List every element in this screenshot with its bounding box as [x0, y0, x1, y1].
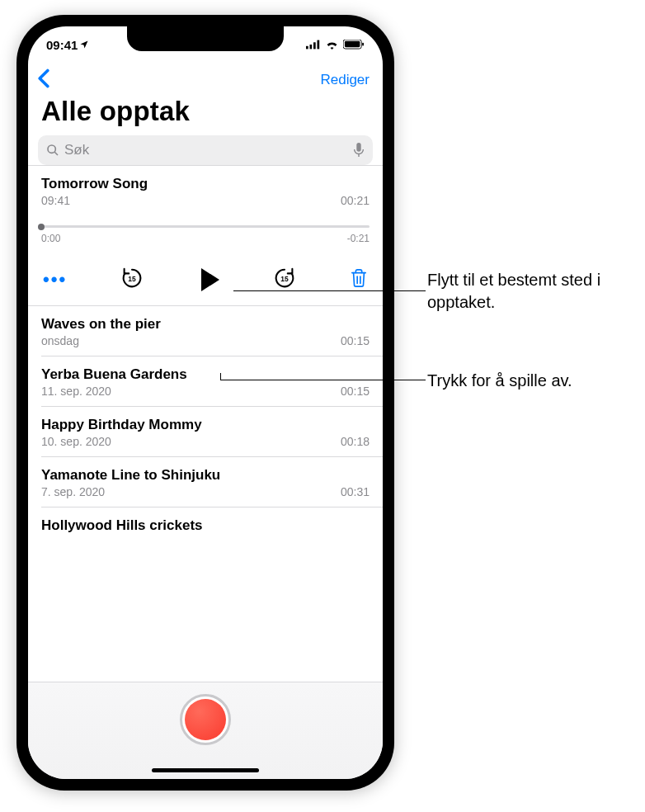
- recording-duration: 00:15: [341, 385, 370, 398]
- svg-rect-0: [306, 46, 308, 50]
- recording-row[interactable]: Yerba Buena Gardens 11. sep. 2020 00:15: [28, 356, 383, 406]
- navigation-bar: Rediger: [28, 63, 383, 96]
- recording-duration: 00:15: [341, 334, 370, 347]
- edit-button[interactable]: Rediger: [320, 72, 370, 88]
- bottom-toolbar: [28, 682, 383, 779]
- chevron-left-icon: [36, 68, 51, 88]
- svg-rect-9: [356, 143, 360, 152]
- play-button[interactable]: [198, 268, 219, 291]
- recording-title: Waves on the pier: [41, 316, 370, 333]
- recordings-list[interactable]: Tomorrow Song 09:41 00:21 0:00 -0:21 •••: [28, 165, 383, 682]
- home-indicator[interactable]: [152, 768, 259, 772]
- recording-date: 7. sep. 2020: [41, 485, 105, 498]
- recording-title: Happy Birthday Mommy: [41, 417, 370, 433]
- search-icon: [46, 144, 59, 157]
- more-options-button[interactable]: •••: [43, 269, 67, 290]
- callout-line: [220, 380, 426, 380]
- play-icon: [201, 268, 219, 291]
- wifi-icon: [325, 40, 339, 50]
- skip-back-button[interactable]: 15: [120, 266, 144, 294]
- recording-time: 09:41: [41, 194, 70, 207]
- back-button[interactable]: [36, 68, 51, 92]
- svg-text:15: 15: [280, 275, 289, 283]
- trash-icon: [350, 268, 368, 288]
- recording-row[interactable]: Happy Birthday Mommy 10. sep. 2020 00:18: [28, 407, 383, 456]
- callout-play: Trykk for å spille av.: [427, 370, 572, 392]
- svg-rect-2: [313, 42, 316, 49]
- svg-rect-1: [310, 45, 313, 49]
- svg-line-8: [54, 152, 58, 155]
- phone-frame: 09:41 Rediger Alle opptak Søk: [16, 15, 394, 791]
- callout-line: [220, 373, 221, 380]
- callout-line: [233, 290, 426, 291]
- status-time: 09:41: [46, 38, 78, 52]
- recording-title: Tomorrow Song: [41, 176, 370, 192]
- recording-row[interactable]: Waves on the pier onsdag 00:15: [28, 306, 383, 356]
- recording-title: Yerba Buena Gardens: [41, 366, 370, 383]
- scrubber-knob[interactable]: [38, 224, 45, 230]
- recording-row[interactable]: Yamanote Line to Shinjuku 7. sep. 2020 0…: [28, 457, 383, 507]
- svg-point-7: [48, 145, 55, 153]
- record-icon: [185, 699, 226, 740]
- recording-date: 11. sep. 2020: [41, 385, 111, 398]
- recording-expanded[interactable]: Tomorrow Song 09:41 00:21 0:00 -0:21 •••: [28, 166, 383, 305]
- location-icon: [79, 40, 89, 50]
- playback-scrubber[interactable]: [41, 225, 370, 228]
- page-title: Alle opptak: [28, 96, 383, 132]
- recording-row[interactable]: Hollywood Hills crickets: [28, 508, 383, 542]
- phone-screen: 09:41 Rediger Alle opptak Søk: [28, 26, 383, 779]
- callout-scrub: Flytt til et bestemt sted i opptaket.: [427, 269, 633, 314]
- skip-forward-button[interactable]: 15: [272, 266, 297, 294]
- svg-rect-3: [318, 40, 320, 50]
- recording-title: Hollywood Hills crickets: [41, 517, 370, 534]
- delete-button[interactable]: [350, 268, 368, 291]
- skip-back-15-icon: 15: [120, 266, 144, 290]
- recording-date: onsdag: [41, 334, 79, 347]
- search-input[interactable]: Søk: [38, 135, 373, 165]
- record-button[interactable]: [180, 694, 231, 745]
- notch: [127, 26, 284, 51]
- battery-icon: [343, 40, 365, 50]
- dictation-icon[interactable]: [353, 143, 365, 158]
- recording-duration: 00:31: [341, 485, 370, 498]
- cellular-icon: [306, 40, 321, 50]
- recording-date: 10. sep. 2020: [41, 435, 111, 448]
- svg-rect-5: [345, 41, 360, 47]
- recording-duration: 00:18: [341, 435, 370, 448]
- search-placeholder: Søk: [64, 142, 348, 158]
- elapsed-time: 0:00: [41, 233, 60, 244]
- remaining-time: -0:21: [347, 233, 370, 244]
- recording-duration: 00:21: [341, 194, 370, 207]
- svg-text:15: 15: [129, 275, 137, 283]
- recording-title: Yamanote Line to Shinjuku: [41, 467, 370, 484]
- skip-forward-15-icon: 15: [272, 266, 297, 290]
- svg-rect-6: [362, 43, 364, 46]
